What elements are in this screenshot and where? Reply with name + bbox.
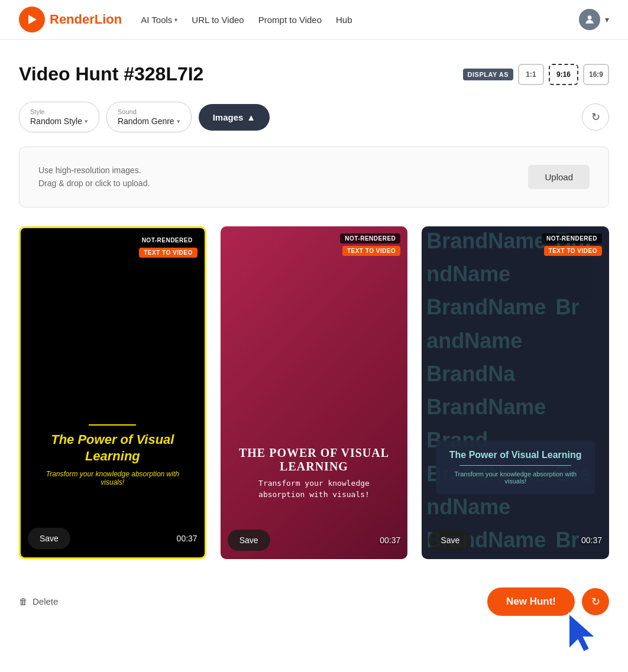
main-content: Video Hunt #328L7I2 DISPLAY AS 1:1 9:16 … <box>0 40 628 649</box>
card-2-badges: NOT-RENDERED TEXT TO VIDEO <box>340 233 400 256</box>
video-card-2: NOT-RENDERED TEXT TO VIDEO THE POWER OF … <box>221 226 408 559</box>
card-2-content: THE POWER OF VISUAL LEARNING Transform y… <box>221 446 408 499</box>
navbar-left: RenderLion AI Tools ▾ URL to Video Promp… <box>19 7 352 33</box>
card-1-badges: NOT-RENDERED TEXT TO VIDEO <box>137 235 198 258</box>
card-2-type-badge: TEXT TO VIDEO <box>342 246 400 256</box>
user-avatar[interactable] <box>579 9 600 30</box>
card-3-text-box: The Power of Visual Learning Transform y… <box>436 440 595 494</box>
refresh-button[interactable]: ↻ <box>582 103 609 131</box>
logo-icon <box>19 7 45 33</box>
sound-value: Random Genre ▾ <box>118 116 180 126</box>
sound-dropdown[interactable]: Sound Random Genre ▾ <box>106 102 192 132</box>
card-1-save-button[interactable]: Save <box>28 528 70 549</box>
nav-item-url-to-video[interactable]: URL to Video <box>192 15 244 25</box>
card-2-save-button[interactable]: Save <box>228 530 270 551</box>
video-cards-grid: NOT-RENDERED TEXT TO VIDEO The Power of … <box>19 226 609 559</box>
navbar: RenderLion AI Tools ▾ URL to Video Promp… <box>0 0 628 40</box>
card-1-duration: 00:37 <box>177 534 198 543</box>
upload-area[interactable]: Use high-resolution images. Drag & drop … <box>19 147 609 207</box>
refresh-icon-orange: ↻ <box>591 595 600 608</box>
navbar-right: ▾ <box>579 9 609 30</box>
page-header: Video Hunt #328L7I2 DISPLAY AS 1:1 9:16 … <box>19 63 609 85</box>
video-card-3: BrandName Bra ndName BrandName Br andNam… <box>422 226 609 559</box>
card-1-content: The Power of Visual Learning Transform y… <box>21 424 205 486</box>
bottom-row: 🗑 Delete New Hunt! ↻ <box>19 578 609 625</box>
delete-button[interactable]: 🗑 Delete <box>19 596 58 606</box>
card-2-title: THE POWER OF VISUAL LEARNING <box>235 446 394 473</box>
nav-item-ai-tools[interactable]: AI Tools ▾ <box>141 15 177 25</box>
card-2-duration: 00:37 <box>380 535 400 545</box>
aspect-ratio-9-16[interactable]: 9:16 <box>549 64 578 85</box>
card-3-footer: Save 00:37 <box>429 530 602 551</box>
card-2-overlay <box>221 226 408 559</box>
video-card-1: NOT-RENDERED TEXT TO VIDEO The Power of … <box>19 226 206 559</box>
card-3-watermark: BrandName Bra ndName BrandName Br andNam… <box>422 226 609 559</box>
card-3-save-button[interactable]: Save <box>429 530 471 551</box>
card-3-duration: 00:37 <box>581 535 602 545</box>
new-hunt-button[interactable]: New Hunt! <box>487 587 575 616</box>
nav-item-hub[interactable]: Hub <box>336 15 352 25</box>
style-value: Random Style ▾ <box>30 116 88 126</box>
card-1-title: The Power of Visual Learning <box>35 431 190 465</box>
upload-instructions: Use high-resolution images. Drag & drop … <box>38 164 150 190</box>
card-2-footer: Save 00:37 <box>228 530 401 551</box>
card-1-not-rendered-badge: NOT-RENDERED <box>137 235 198 245</box>
display-as-controls: DISPLAY AS 1:1 9:16 16:9 <box>463 64 609 85</box>
aspect-ratio-1-1[interactable]: 1:1 <box>518 64 544 85</box>
new-hunt-refresh-button[interactable]: ↻ <box>582 588 609 615</box>
sound-label: Sound <box>118 108 137 115</box>
card-1-subtitle: Transform your knowledge absorption with… <box>35 470 190 486</box>
nav-links: AI Tools ▾ URL to Video Prompt to Video … <box>141 15 352 25</box>
card-3-subtitle: Transform your knowledge absorption with… <box>445 470 585 485</box>
page-title: Video Hunt #328L7I2 <box>19 63 203 85</box>
style-label: Style <box>30 108 44 115</box>
svg-marker-0 <box>28 15 37 24</box>
card-1-line <box>89 424 136 426</box>
card-2-not-rendered-badge: NOT-RENDERED <box>340 233 400 244</box>
ai-tools-dropdown-arrow: ▾ <box>174 17 177 23</box>
upload-button[interactable]: Upload <box>528 165 590 189</box>
card-3-type-badge: TEXT TO VIDEO <box>544 246 602 256</box>
refresh-icon: ↻ <box>591 111 600 124</box>
svg-point-1 <box>588 15 592 20</box>
trash-icon: 🗑 <box>19 596 28 606</box>
logo-render: Render <box>50 12 95 27</box>
display-as-label: DISPLAY AS <box>463 69 513 80</box>
images-arrow-icon: ▲ <box>247 112 255 122</box>
logo-lion: Lion <box>95 12 122 27</box>
nav-item-prompt-to-video[interactable]: Prompt to Video <box>258 15 322 25</box>
card-1-type-badge: TEXT TO VIDEO <box>139 248 197 258</box>
card-2-subtitle: Transform your knowledgeabsorption with … <box>258 478 370 499</box>
images-button[interactable]: Images ▲ <box>199 104 270 131</box>
style-dropdown[interactable]: Style Random Style ▾ <box>19 102 99 132</box>
card-3-not-rendered-badge: NOT-RENDERED <box>542 233 602 244</box>
aspect-ratio-16-9[interactable]: 16:9 <box>583 64 609 85</box>
card-3-divider <box>459 465 571 466</box>
user-dropdown-arrow[interactable]: ▾ <box>605 15 609 24</box>
logo-text: RenderLion <box>50 12 122 27</box>
logo[interactable]: RenderLion <box>19 7 122 33</box>
card-1-footer: Save 00:37 <box>28 528 198 549</box>
controls-row: Style Random Style ▾ Sound Random Genre … <box>19 102 609 132</box>
card-3-title: The Power of Visual Learning <box>445 450 585 460</box>
card-3-badges: NOT-RENDERED TEXT TO VIDEO <box>542 233 602 256</box>
bottom-right: New Hunt! ↻ <box>487 587 609 616</box>
